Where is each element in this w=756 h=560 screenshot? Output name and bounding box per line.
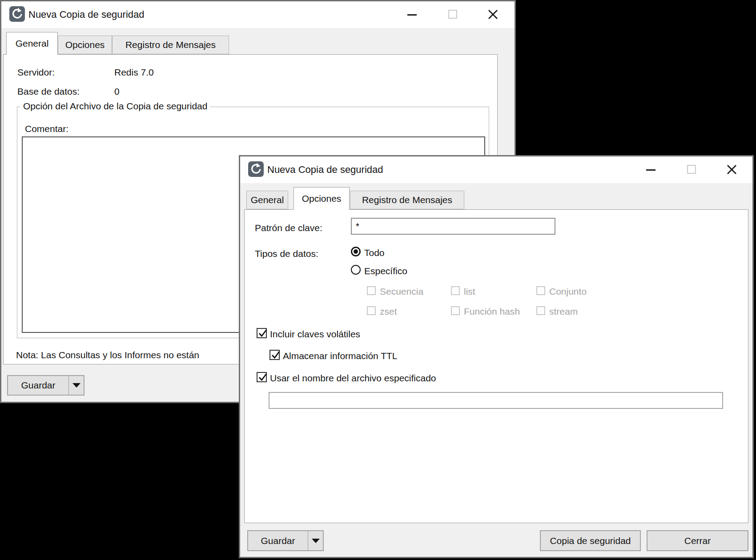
back-window-title: Nueva Copia de seguridad [28,1,145,28]
front-close-icon[interactable] [727,164,737,175]
checkbox-almacenar-ttl[interactable] [269,350,280,360]
checkbox-funcion-hash [451,306,460,315]
checkbox-zset-label: zset [380,306,397,317]
radio-todo-label: Todo [364,247,385,258]
checkbox-list-label: list [464,286,475,297]
back-tab-registro[interactable]: Registro de Mensajes [112,36,229,54]
key-pattern-label: Patrón de clave: [255,222,322,233]
server-value: Redis 7.0 [114,67,154,78]
front-window-title: Nueva Copia de seguridad [267,156,383,183]
comment-label: Comentar: [25,123,68,134]
back-titlebar: Nueva Copia de seguridad [1,1,515,28]
file-options-group-title: Opción del Archivo de la Copia de seguri… [20,101,210,112]
radio-todo[interactable] [351,247,361,256]
back-close-icon[interactable] [488,9,498,20]
close-button-label: Cerrar [684,536,711,546]
dropdown-arrow-icon [72,383,80,388]
front-options-tabpage [244,209,748,523]
filename-input[interactable] [269,392,723,409]
desktop: { "back_window": { "title": "Nueva Copia… [0,0,756,560]
back-tab-general[interactable]: General [6,32,58,55]
key-pattern-input[interactable] [351,218,555,235]
backup-button-label: Copia de seguridad [550,536,631,546]
front-tab-opciones-label: Opciones [302,193,342,204]
checkmark-icon [257,328,269,339]
database-value: 0 [114,86,120,97]
backup-button[interactable]: Copia de seguridad [540,530,641,551]
checkbox-secuencia [367,286,376,295]
front-tab-opciones[interactable]: Opciones [294,187,350,210]
checkbox-almacenar-ttl-label: Almacenar información TTL [283,350,398,361]
server-label: Servidor: [17,67,55,78]
back-save-dropdown[interactable] [69,383,84,388]
back-tab-registro-label: Registro de Mensajes [125,40,216,50]
data-types-label: Tipos de datos: [255,248,318,259]
front-tab-registro[interactable]: Registro de Mensajes [350,191,464,209]
database-label: Base de datos: [17,86,80,97]
checkbox-usar-nombre-archivo[interactable] [257,372,267,382]
dropdown-arrow-icon [312,539,320,543]
back-tab-opciones[interactable]: Opciones [58,36,112,54]
backup-dialog-front: Nueva Copia de seguridad General Opcione… [239,155,754,558]
checkbox-secuencia-label: Secuencia [380,286,423,297]
back-tab-opciones-label: Opciones [65,40,105,50]
checkbox-list [451,286,460,295]
backup-app-icon [9,6,25,22]
back-save-split-button[interactable]: Guardar [7,375,84,396]
front-save-dropdown[interactable] [308,539,323,543]
front-tab-registro-label: Registro de Mensajes [362,195,452,205]
front-tab-general[interactable]: General [246,191,288,209]
front-titlebar: Nueva Copia de seguridad [240,156,752,183]
front-tab-general-label: General [251,195,284,205]
checkbox-stream [536,306,545,315]
front-save-button-label: Guardar [248,536,308,546]
backup-app-icon [248,161,264,177]
checkbox-conjunto [536,286,545,295]
checkbox-conjunto-label: Conjunto [549,286,587,297]
checkbox-incluir-claves-volatiles[interactable] [257,328,267,338]
close-button[interactable]: Cerrar [647,530,748,551]
note-text: Nota: Las Consultas y los Informes no es… [16,349,199,360]
front-maximize-icon [687,165,696,174]
radio-especifico-label: Específico [364,265,407,276]
radio-especifico[interactable] [351,265,361,275]
checkbox-zset [367,306,376,315]
front-minimize-icon[interactable] [646,169,655,171]
checkbox-funcion-hash-label: Función hash [464,306,520,317]
back-maximize-icon [448,10,457,19]
radio-dot-icon [354,249,358,254]
checkmark-icon [257,372,269,383]
front-save-split-button[interactable]: Guardar [247,530,324,551]
checkbox-stream-label: stream [549,306,578,317]
checkbox-incluir-label: Incluir claves volátiles [270,328,360,340]
checkmark-icon [270,349,281,361]
back-minimize-icon[interactable] [407,14,417,16]
back-save-button-label: Guardar [8,380,68,391]
checkbox-usar-nombre-label: Usar el nombre del archivo especificado [270,372,436,384]
back-tab-general-label: General [16,38,49,49]
